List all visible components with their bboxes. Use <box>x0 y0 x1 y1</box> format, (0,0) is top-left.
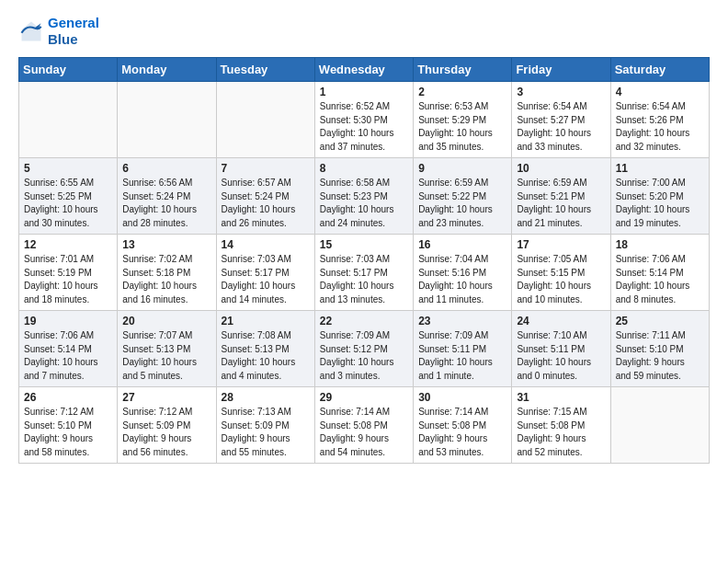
calendar-cell: 10Sunrise: 6:59 AM Sunset: 5:21 PM Dayli… <box>512 158 610 235</box>
day-number: 5 <box>24 162 112 175</box>
day-info: Sunrise: 7:05 AM Sunset: 5:15 PM Dayligh… <box>517 253 605 306</box>
calendar-cell: 28Sunrise: 7:13 AM Sunset: 5:09 PM Dayli… <box>216 387 314 464</box>
calendar-cell <box>610 387 709 464</box>
day-number: 11 <box>616 162 704 175</box>
calendar-cell: 22Sunrise: 7:09 AM Sunset: 5:12 PM Dayli… <box>314 311 413 387</box>
day-info: Sunrise: 7:12 AM Sunset: 5:10 PM Dayligh… <box>24 406 112 459</box>
calendar-header-row: SundayMondayTuesdayWednesdayThursdayFrid… <box>19 58 710 82</box>
day-number: 14 <box>222 238 310 251</box>
calendar-cell: 13Sunrise: 7:02 AM Sunset: 5:18 PM Dayli… <box>118 235 216 311</box>
calendar-cell: 7Sunrise: 6:57 AM Sunset: 5:24 PM Daylig… <box>216 158 314 235</box>
day-info: Sunrise: 7:14 AM Sunset: 5:08 PM Dayligh… <box>418 406 506 459</box>
calendar-cell: 6Sunrise: 6:56 AM Sunset: 5:24 PM Daylig… <box>118 158 216 235</box>
calendar-day-header: Thursday <box>414 58 512 82</box>
calendar-week-row: 5Sunrise: 6:55 AM Sunset: 5:25 PM Daylig… <box>19 158 710 235</box>
day-info: Sunrise: 7:06 AM Sunset: 5:14 PM Dayligh… <box>24 329 112 383</box>
day-info: Sunrise: 6:54 AM Sunset: 5:27 PM Dayligh… <box>517 100 605 154</box>
day-info: Sunrise: 7:07 AM Sunset: 5:13 PM Dayligh… <box>122 329 210 383</box>
calendar-cell: 23Sunrise: 7:09 AM Sunset: 5:11 PM Dayli… <box>414 311 512 387</box>
calendar-cell: 21Sunrise: 7:08 AM Sunset: 5:13 PM Dayli… <box>216 311 314 387</box>
day-number: 20 <box>122 315 210 327</box>
calendar-week-row: 12Sunrise: 7:01 AM Sunset: 5:19 PM Dayli… <box>19 235 710 311</box>
day-number: 19 <box>24 315 112 327</box>
day-number: 6 <box>122 162 210 175</box>
day-number: 1 <box>320 86 408 98</box>
day-number: 15 <box>320 238 408 251</box>
calendar-cell: 11Sunrise: 7:00 AM Sunset: 5:20 PM Dayli… <box>610 158 709 235</box>
calendar-cell: 26Sunrise: 7:12 AM Sunset: 5:10 PM Dayli… <box>19 387 118 464</box>
header: General Blue <box>18 15 710 48</box>
calendar-cell: 29Sunrise: 7:14 AM Sunset: 5:08 PM Dayli… <box>314 387 413 464</box>
logo-icon <box>18 18 44 44</box>
day-number: 10 <box>517 162 605 175</box>
day-number: 2 <box>418 86 506 98</box>
day-info: Sunrise: 7:12 AM Sunset: 5:09 PM Dayligh… <box>122 406 210 459</box>
calendar-cell: 9Sunrise: 6:59 AM Sunset: 5:22 PM Daylig… <box>414 158 512 235</box>
day-info: Sunrise: 7:15 AM Sunset: 5:08 PM Dayligh… <box>517 406 605 459</box>
day-info: Sunrise: 7:03 AM Sunset: 5:17 PM Dayligh… <box>222 253 310 306</box>
calendar-cell: 31Sunrise: 7:15 AM Sunset: 5:08 PM Dayli… <box>512 387 610 464</box>
day-number: 29 <box>320 391 408 404</box>
logo: General Blue <box>18 15 99 48</box>
day-info: Sunrise: 6:53 AM Sunset: 5:29 PM Dayligh… <box>418 100 506 154</box>
day-info: Sunrise: 6:54 AM Sunset: 5:26 PM Dayligh… <box>616 100 704 154</box>
calendar-table: SundayMondayTuesdayWednesdayThursdayFrid… <box>18 57 710 464</box>
calendar-cell <box>216 82 314 158</box>
day-number: 27 <box>122 391 210 404</box>
svg-marker-1 <box>22 22 41 41</box>
calendar-day-header: Sunday <box>19 58 118 82</box>
day-info: Sunrise: 6:59 AM Sunset: 5:21 PM Dayligh… <box>517 177 605 230</box>
calendar-cell <box>19 82 118 158</box>
day-number: 24 <box>517 315 605 327</box>
calendar-cell: 12Sunrise: 7:01 AM Sunset: 5:19 PM Dayli… <box>19 235 118 311</box>
day-number: 4 <box>616 86 704 98</box>
calendar-cell: 15Sunrise: 7:03 AM Sunset: 5:17 PM Dayli… <box>314 235 413 311</box>
calendar-cell: 25Sunrise: 7:11 AM Sunset: 5:10 PM Dayli… <box>610 311 709 387</box>
day-info: Sunrise: 7:10 AM Sunset: 5:11 PM Dayligh… <box>517 329 605 383</box>
day-info: Sunrise: 6:58 AM Sunset: 5:23 PM Dayligh… <box>320 177 408 230</box>
page: General Blue SundayMondayTuesdayWednesda… <box>0 0 728 478</box>
day-info: Sunrise: 7:00 AM Sunset: 5:20 PM Dayligh… <box>616 177 704 230</box>
calendar-cell: 24Sunrise: 7:10 AM Sunset: 5:11 PM Dayli… <box>512 311 610 387</box>
day-info: Sunrise: 7:09 AM Sunset: 5:12 PM Dayligh… <box>320 329 408 383</box>
calendar-cell: 8Sunrise: 6:58 AM Sunset: 5:23 PM Daylig… <box>314 158 413 235</box>
calendar-cell: 3Sunrise: 6:54 AM Sunset: 5:27 PM Daylig… <box>512 82 610 158</box>
calendar-day-header: Wednesday <box>314 58 413 82</box>
day-number: 21 <box>222 315 310 327</box>
day-info: Sunrise: 7:04 AM Sunset: 5:16 PM Dayligh… <box>418 253 506 306</box>
day-info: Sunrise: 7:09 AM Sunset: 5:11 PM Dayligh… <box>418 329 506 383</box>
calendar-cell: 18Sunrise: 7:06 AM Sunset: 5:14 PM Dayli… <box>610 235 709 311</box>
day-number: 17 <box>517 238 605 251</box>
day-number: 7 <box>222 162 310 175</box>
calendar-day-header: Monday <box>118 58 216 82</box>
day-info: Sunrise: 6:56 AM Sunset: 5:24 PM Dayligh… <box>122 177 210 230</box>
day-number: 3 <box>517 86 605 98</box>
calendar-week-row: 26Sunrise: 7:12 AM Sunset: 5:10 PM Dayli… <box>19 387 710 464</box>
day-info: Sunrise: 7:14 AM Sunset: 5:08 PM Dayligh… <box>320 406 408 459</box>
day-info: Sunrise: 6:57 AM Sunset: 5:24 PM Dayligh… <box>222 177 310 230</box>
day-number: 13 <box>122 238 210 251</box>
day-number: 30 <box>418 391 506 404</box>
calendar-cell: 16Sunrise: 7:04 AM Sunset: 5:16 PM Dayli… <box>414 235 512 311</box>
calendar-day-header: Tuesday <box>216 58 314 82</box>
calendar-day-header: Saturday <box>610 58 709 82</box>
logo-text: General Blue <box>48 15 99 48</box>
calendar-cell: 14Sunrise: 7:03 AM Sunset: 5:17 PM Dayli… <box>216 235 314 311</box>
day-info: Sunrise: 7:03 AM Sunset: 5:17 PM Dayligh… <box>320 253 408 306</box>
day-number: 12 <box>24 238 112 251</box>
day-info: Sunrise: 7:01 AM Sunset: 5:19 PM Dayligh… <box>24 253 112 306</box>
calendar-cell: 1Sunrise: 6:52 AM Sunset: 5:30 PM Daylig… <box>314 82 413 158</box>
day-info: Sunrise: 7:11 AM Sunset: 5:10 PM Dayligh… <box>616 329 704 383</box>
day-info: Sunrise: 6:52 AM Sunset: 5:30 PM Dayligh… <box>320 100 408 154</box>
calendar-cell: 20Sunrise: 7:07 AM Sunset: 5:13 PM Dayli… <box>118 311 216 387</box>
day-info: Sunrise: 7:08 AM Sunset: 5:13 PM Dayligh… <box>222 329 310 383</box>
calendar-cell <box>118 82 216 158</box>
day-number: 8 <box>320 162 408 175</box>
calendar-week-row: 1Sunrise: 6:52 AM Sunset: 5:30 PM Daylig… <box>19 82 710 158</box>
calendar-cell: 19Sunrise: 7:06 AM Sunset: 5:14 PM Dayli… <box>19 311 118 387</box>
calendar-week-row: 19Sunrise: 7:06 AM Sunset: 5:14 PM Dayli… <box>19 311 710 387</box>
calendar-cell: 27Sunrise: 7:12 AM Sunset: 5:09 PM Dayli… <box>118 387 216 464</box>
day-number: 26 <box>24 391 112 404</box>
day-number: 22 <box>320 315 408 327</box>
calendar-cell: 17Sunrise: 7:05 AM Sunset: 5:15 PM Dayli… <box>512 235 610 311</box>
